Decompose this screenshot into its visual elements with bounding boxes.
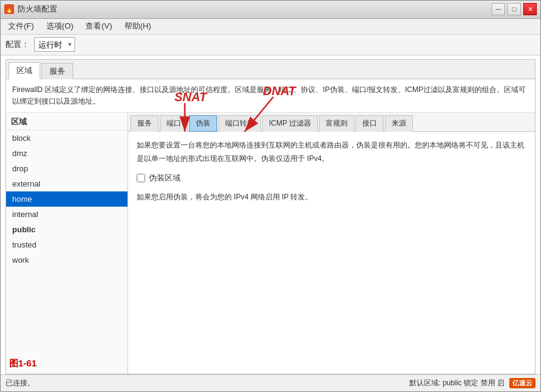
- tab-services[interactable]: 服务: [41, 63, 73, 79]
- app-icon: 🔥: [4, 4, 14, 14]
- inner-tabs: 服务 端口 伪装 端口转发 ICMP 过滤器 富规则 接口 来源: [128, 113, 535, 132]
- figure-label: 图1-61: [9, 358, 37, 369]
- zone-item-drop[interactable]: drop: [6, 161, 127, 176]
- menu-file[interactable]: 文件(F): [3, 20, 39, 33]
- minimize-button[interactable]: ─: [492, 3, 505, 15]
- inner-tab-masquerade[interactable]: 伪装: [189, 115, 217, 132]
- menu-view[interactable]: 查看(V): [81, 20, 116, 33]
- title-bar-left: 🔥 防火墙配置: [4, 4, 57, 15]
- masquerade-label: 伪装区域: [149, 173, 181, 184]
- main-content: 区域 服务 FirewallD 区域定义了绑定的网络连接、接口以及源地址的可信程…: [1, 55, 540, 374]
- watermark-label: 亿速云: [509, 378, 536, 388]
- config-select-wrap: 运行时 永久: [34, 37, 75, 52]
- menu-bar: 文件(F) 选项(O) 查看(V) 帮助(H): [1, 19, 540, 35]
- description-text: FirewallD 区域定义了绑定的网络连接、接口以及源地址的可信程度。区域是服…: [6, 79, 535, 113]
- menu-help[interactable]: 帮助(H): [120, 20, 156, 33]
- right-panel: 服务 端口 伪装 端口转发 ICMP 过滤器 富规则 接口 来源 如果您要设置一…: [128, 113, 535, 374]
- window-controls: ─ □ ✕: [492, 3, 537, 15]
- inner-tab-port-forward[interactable]: 端口转发: [218, 115, 261, 132]
- config-label: 配置：: [5, 39, 29, 50]
- checkbox-row: 伪装区域: [137, 173, 526, 184]
- config-select[interactable]: 运行时 永久: [34, 37, 75, 52]
- status-default-zone: 默认区域: public 锁定 禁用 启: [409, 378, 504, 388]
- tab-zones[interactable]: 区域: [9, 62, 40, 79]
- zone-item-public[interactable]: public: [6, 222, 127, 237]
- content-para1: 如果您要设置一台将您的本地网络连接到互联网的主机或者路由器，伪装是很有用的。您的…: [137, 139, 526, 165]
- inner-tab-icmp[interactable]: ICMP 过滤器: [262, 115, 318, 132]
- menu-options[interactable]: 选项(O): [41, 20, 79, 33]
- zone-item-trusted[interactable]: trusted: [6, 237, 127, 252]
- zone-item-dmz[interactable]: dmz: [6, 146, 127, 161]
- inner-tab-ports[interactable]: 端口: [160, 115, 188, 132]
- zone-panel: 区域 block dmz drop external home internal…: [6, 113, 128, 374]
- zone-item-work[interactable]: work: [6, 252, 127, 268]
- title-bar: 🔥 防火墙配置 ─ □ ✕: [1, 1, 540, 19]
- content-para2: 如果您启用伪装，将会为您的 IPv4 网络启用 IP 转发。: [137, 191, 526, 204]
- status-bar: 已连接。 默认区域: public 锁定 禁用 启 亿速云: [1, 374, 540, 391]
- inner-tab-services[interactable]: 服务: [131, 115, 159, 132]
- outer-tab-row: 区域 服务: [6, 60, 535, 79]
- zone-item-internal[interactable]: internal: [6, 207, 127, 222]
- window-title: 防火墙配置: [18, 4, 57, 15]
- panel-body: 区域 block dmz drop external home internal…: [6, 113, 535, 374]
- inner-tab-interface[interactable]: 接口: [356, 115, 384, 132]
- inner-tab-rich-rules[interactable]: 富规则: [319, 115, 354, 132]
- close-button[interactable]: ✕: [523, 3, 537, 15]
- zone-item-external[interactable]: external: [6, 176, 127, 191]
- inner-tab-source[interactable]: 来源: [385, 115, 413, 132]
- content-area: 如果您要设置一台将您的本地网络连接到互联网的主机或者路由器，伪装是很有用的。您的…: [128, 132, 535, 374]
- maximize-button[interactable]: □: [507, 3, 521, 15]
- status-right: 默认区域: public 锁定 禁用 启 亿速云: [409, 378, 536, 388]
- zone-item-home[interactable]: home: [6, 191, 127, 207]
- main-window: 🔥 防火墙配置 ─ □ ✕ 文件(F) 选项(O) 查看(V) 帮助(H) 配置…: [0, 0, 541, 392]
- status-left: 已连接。: [5, 378, 35, 388]
- zone-panel-header: 区域: [6, 113, 127, 130]
- zone-item-block[interactable]: block: [6, 130, 127, 146]
- masquerade-checkbox[interactable]: [137, 174, 145, 182]
- zone-list: block dmz drop external home internal pu…: [6, 130, 127, 374]
- tab-section: 区域 服务 FirewallD 区域定义了绑定的网络连接、接口以及源地址的可信程…: [5, 59, 536, 374]
- config-bar: 配置： 运行时 永久: [1, 35, 540, 55]
- status-connected: 已连接。: [5, 378, 35, 388]
